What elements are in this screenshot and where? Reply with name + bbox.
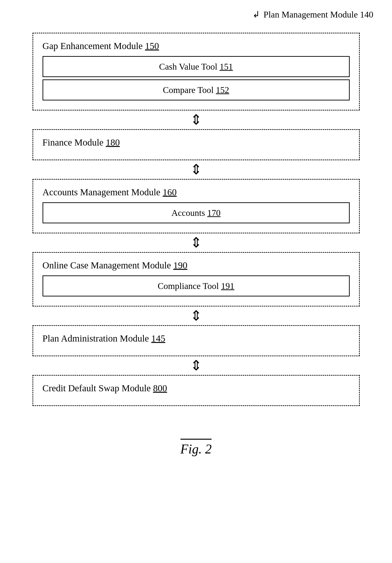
credit-default-label: Credit Default Swap Module 800	[42, 383, 350, 394]
online-case-label: Online Case Management Module 190	[42, 260, 350, 271]
gap-enhancement-label: Gap Enhancement Module 150	[42, 40, 350, 51]
compliance-tool-box: Compliance Tool 191	[42, 275, 350, 296]
compare-tool-label: Compare Tool 152	[163, 85, 229, 95]
gap-enhancement-module: Gap Enhancement Module 150 Cash Value To…	[32, 33, 360, 111]
plan-admin-module: Plan Administration Module 145	[32, 325, 360, 356]
accounts-tool-label: Accounts 170	[171, 208, 221, 218]
finance-module: Finance Module 180	[32, 129, 360, 160]
plan-management-arrow: ↲	[252, 10, 260, 19]
credit-default-module: Credit Default Swap Module 800	[32, 375, 360, 406]
arrow-2: ⇕	[190, 160, 202, 179]
arrow-3: ⇕	[190, 233, 202, 252]
cash-value-tool-label: Cash Value Tool 151	[159, 62, 233, 72]
accounts-management-module: Accounts Management Module 160 Accounts …	[32, 179, 360, 233]
online-case-module: Online Case Management Module 190 Compli…	[32, 252, 360, 307]
arrow-5: ⇕	[190, 356, 202, 375]
page-container: ↲ Plan Management Module 140 Gap Enhance…	[0, 0, 392, 563]
figure-container: Fig. 2	[14, 420, 378, 457]
plan-management-title: Plan Management Module 140	[263, 10, 373, 19]
diagram-container: Gap Enhancement Module 150 Cash Value To…	[32, 33, 360, 406]
cash-value-tool-box: Cash Value Tool 151	[42, 56, 350, 77]
compliance-tool-label: Compliance Tool 191	[157, 281, 234, 291]
figure-label: Fig. 2	[181, 439, 212, 457]
arrow-1: ⇕	[190, 111, 202, 129]
finance-label: Finance Module 180	[42, 137, 350, 148]
arrow-4: ⇕	[190, 307, 202, 325]
accounts-management-label: Accounts Management Module 160	[42, 187, 350, 198]
plan-admin-label: Plan Administration Module 145	[42, 333, 350, 344]
compare-tool-box: Compare Tool 152	[42, 79, 350, 101]
plan-management-header: ↲ Plan Management Module 140	[252, 9, 373, 20]
accounts-tool-box: Accounts 170	[42, 202, 350, 223]
